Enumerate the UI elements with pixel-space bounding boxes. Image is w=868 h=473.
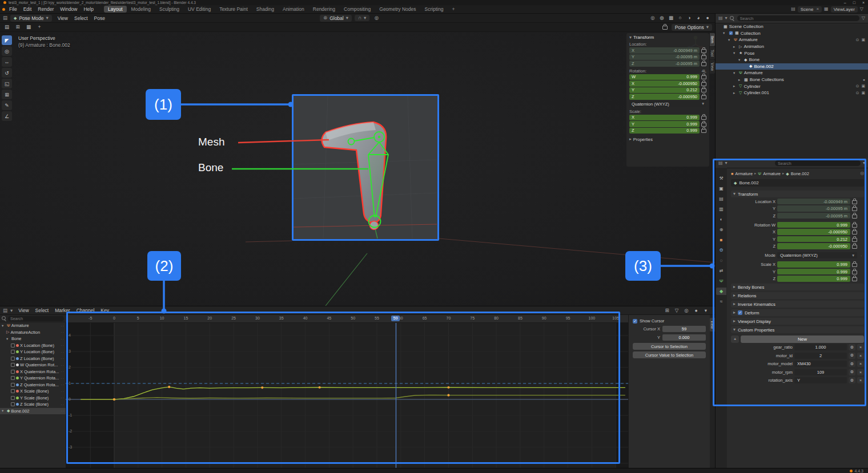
checkbox-icon[interactable]: ✓ bbox=[729, 31, 733, 35]
speaker-icon[interactable]: ∙ bbox=[61, 337, 62, 341]
lock-icon[interactable]: ∙ bbox=[63, 409, 64, 413]
workspace-tab-sculpting[interactable]: Sculpting bbox=[155, 6, 183, 13]
outliner-search-input[interactable] bbox=[737, 15, 859, 21]
bone-name-field[interactable]: ◆ Bone.002 bbox=[731, 179, 864, 187]
chevron-down-icon[interactable]: ▾ bbox=[6, 337, 10, 341]
dot-icon[interactable]: ● bbox=[863, 78, 865, 82]
lock-icon[interactable]: ∙ bbox=[63, 403, 64, 406]
close-icon[interactable]: × bbox=[857, 361, 864, 367]
channel-row-armature[interactable]: ▾ΨArmature∙∙ bbox=[0, 322, 66, 329]
transform-field-rotation-w[interactable]: 0.999 bbox=[777, 222, 850, 228]
workspace-tab-rendering[interactable]: Rendering bbox=[309, 6, 339, 13]
properties-search-input[interactable] bbox=[775, 160, 861, 166]
channel-row-z-location-bone[interactable]: Z Location (Bone)∙∙ bbox=[0, 355, 66, 362]
panel-header-bendy-bones[interactable]: ▸Bendy Bones bbox=[731, 284, 864, 290]
minimize-button[interactable]: – bbox=[844, 1, 846, 5]
transform-tool[interactable]: ⊞ bbox=[2, 90, 12, 99]
workspace-tab-compositing[interactable]: Compositing bbox=[340, 6, 375, 13]
close-icon[interactable]: × bbox=[857, 369, 864, 375]
shading-solid-button[interactable]: ◑ bbox=[685, 14, 693, 22]
speaker-icon[interactable]: ∙ bbox=[61, 357, 62, 360]
timeline-ruler[interactable]: -505101520253035404550556065707580859095… bbox=[66, 315, 628, 323]
channel-checkbox[interactable] bbox=[11, 383, 15, 387]
close-button[interactable]: × bbox=[862, 1, 865, 5]
speaker-icon[interactable]: ∙ bbox=[61, 330, 62, 334]
lock-icon[interactable] bbox=[701, 116, 706, 120]
lock-icon[interactable]: ∙ bbox=[63, 330, 64, 334]
channel-search-input[interactable] bbox=[8, 316, 64, 321]
workspace-tab-texture-paint[interactable]: Texture Paint bbox=[215, 6, 252, 13]
filter-icon[interactable]: ▽ bbox=[862, 16, 865, 21]
properties-tab-world[interactable]: ⊕ bbox=[716, 226, 726, 233]
outliner-row-bone-collections[interactable]: ▸▩Bone Collections● bbox=[716, 76, 868, 83]
panel-header-inverse-kinematics[interactable]: ▸Inverse Kinematics bbox=[731, 301, 864, 308]
channel-row-y-quaternion-rota[interactable]: Y Quaternion Rota...∙∙ bbox=[0, 375, 66, 382]
workspace-tab-[interactable]: + bbox=[448, 6, 459, 13]
gear-icon[interactable]: ⚙ bbox=[849, 377, 855, 383]
cursor-tool[interactable]: ◎ bbox=[2, 46, 12, 56]
scale-x-field[interactable]: X0.999 bbox=[629, 115, 700, 121]
outliner-row-bone-002[interactable]: ◆Bone.002 bbox=[716, 63, 868, 70]
custom-prop-field-gear-ratio[interactable]: 1.000 bbox=[794, 344, 847, 350]
xray-button[interactable]: ▩ bbox=[667, 14, 675, 22]
maximize-button[interactable]: □ bbox=[853, 1, 855, 5]
lock-icon[interactable] bbox=[701, 123, 706, 127]
close-icon[interactable]: × bbox=[857, 353, 864, 359]
lock-icon[interactable] bbox=[852, 215, 857, 219]
properties-tab-output[interactable]: ▤ bbox=[716, 195, 726, 203]
sidebar-tab-tool[interactable]: Tool bbox=[710, 47, 715, 59]
workspace-tab-layout[interactable]: Layout bbox=[104, 6, 127, 13]
normalize-button[interactable]: ◎ bbox=[682, 307, 690, 314]
shading-rendered-button[interactable]: ● bbox=[704, 14, 712, 22]
properties-tab-object[interactable]: ■ bbox=[716, 236, 726, 244]
chevron-right-icon[interactable]: ▸ bbox=[733, 45, 737, 49]
scene-selector[interactable]: Scene × bbox=[798, 6, 822, 13]
close-icon[interactable]: × bbox=[857, 377, 864, 383]
overlays-button[interactable]: ◍ bbox=[658, 14, 666, 22]
viewlayer-selector[interactable]: ViewLayer bbox=[831, 6, 858, 13]
scale-y-field[interactable]: Y0.999 bbox=[629, 121, 700, 127]
scale-z-field[interactable]: Z0.999 bbox=[629, 128, 700, 134]
custom-prop-field-motor-id[interactable]: 2 bbox=[794, 353, 847, 359]
graph-menu-channel[interactable]: Channel bbox=[74, 307, 98, 314]
properties-tab-tool[interactable]: ⚒ bbox=[716, 175, 726, 182]
outliner-row-pose[interactable]: ▾★Pose bbox=[716, 50, 868, 56]
location-x-field[interactable]: X-0.000949 m bbox=[629, 47, 700, 54]
transform-field-scale-x[interactable]: 0.999 bbox=[777, 261, 850, 268]
lock-icon[interactable]: ∙ bbox=[63, 377, 64, 380]
channel-checkbox[interactable] bbox=[11, 389, 15, 393]
pose-options-dropdown[interactable]: Pose Options ▾ bbox=[672, 24, 712, 31]
workspace-tab-scripting[interactable]: Scripting bbox=[421, 6, 448, 13]
close-icon[interactable]: × bbox=[857, 344, 864, 350]
workspace-tab-animation[interactable]: Animation bbox=[279, 6, 308, 13]
panel-header-deform[interactable]: ▸✓Deform bbox=[731, 309, 864, 316]
menu-render[interactable]: Render bbox=[35, 6, 57, 13]
camera-icon[interactable]: ▣ bbox=[861, 91, 865, 95]
channel-checkbox[interactable] bbox=[11, 370, 15, 374]
add-property-icon[interactable]: + bbox=[731, 335, 739, 343]
workspace-tab-uv-editing[interactable]: UV Editing bbox=[184, 6, 215, 13]
transform-field-z[interactable]: 0.999 bbox=[777, 276, 850, 282]
viewport-menu-select[interactable]: Select bbox=[71, 15, 91, 22]
properties-tab-bone-constraints[interactable]: ≈ bbox=[716, 298, 726, 305]
channel-checkbox[interactable] bbox=[11, 363, 15, 367]
outliner-row-cylinder[interactable]: ▸▽Cylinder⊙▣ bbox=[716, 83, 868, 90]
lock-icon[interactable]: ∙ bbox=[63, 383, 64, 386]
transform-panel-header[interactable]: ▾ Transform bbox=[731, 191, 864, 197]
properties-tab-object-data[interactable]: Ψ bbox=[716, 277, 726, 285]
graph-canvas[interactable]: -505101520253035404550556065707580859095… bbox=[66, 315, 628, 468]
graph-menu-marker[interactable]: Marker bbox=[52, 307, 73, 314]
speaker-icon[interactable]: ∙ bbox=[61, 390, 62, 393]
sidebar-tab-item[interactable]: Item bbox=[710, 33, 715, 46]
rotation-y-field[interactable]: Y0.212 bbox=[629, 87, 700, 94]
chevron-down-icon[interactable]: ▾ bbox=[733, 71, 737, 75]
breadcrumb-item-bone-002[interactable]: ◆Bone.002 bbox=[786, 171, 809, 176]
outliner-row-scene-collection[interactable]: ▦Scene Collection bbox=[716, 23, 868, 30]
properties-tab-constraints[interactable]: ⇄ bbox=[716, 267, 726, 274]
cursor-x-field[interactable]: 59 bbox=[662, 326, 706, 332]
properties-tab-render[interactable]: ▣ bbox=[716, 185, 726, 192]
channel-row-x-quaternion-rota[interactable]: X Quaternion Rota...∙∙ bbox=[0, 369, 66, 375]
lock-icon[interactable] bbox=[701, 129, 706, 133]
channel-checkbox[interactable] bbox=[11, 402, 15, 406]
graph-menu-view[interactable]: View bbox=[15, 307, 31, 314]
